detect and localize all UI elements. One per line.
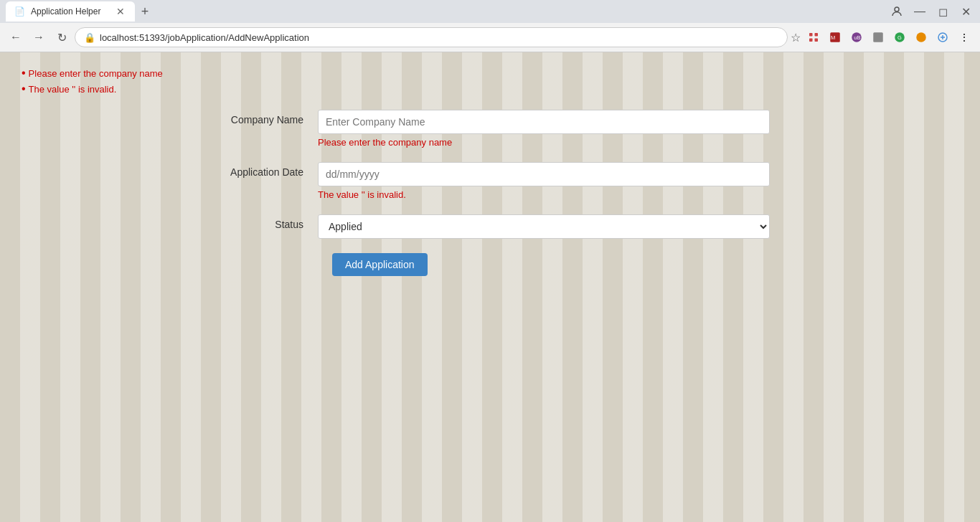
nav-bar: ← → ↻ 🔒 ☆ M uB G: [0, 23, 980, 52]
window-controls: — ◻ ✕: [888, 3, 974, 20]
tab-close-button[interactable]: ✕: [115, 6, 126, 17]
application-date-label: Application Date: [210, 162, 318, 178]
toolbar-icons: M uB G ⋮: [804, 27, 974, 47]
svg-rect-4: [815, 39, 819, 42]
status-field: Applied Interview Offer Rejected: [318, 214, 770, 239]
minimize-button[interactable]: —: [911, 3, 928, 20]
title-bar: 📄 Application Helper ✕ + — ◻ ✕: [0, 0, 980, 23]
svg-point-0: [895, 7, 899, 11]
svg-rect-1: [809, 33, 813, 37]
page-content: Please enter the company name The value …: [0, 52, 980, 522]
validation-errors: Please enter the company name The value …: [22, 67, 958, 95]
submit-row: Add Application: [210, 253, 770, 276]
secure-icon: 🔒: [84, 32, 95, 43]
status-select[interactable]: Applied Interview Offer Rejected: [318, 214, 770, 239]
forward-button[interactable]: →: [29, 27, 49, 47]
svg-text:G: G: [897, 34, 902, 41]
form-container: Company Name Please enter the company na…: [210, 110, 770, 276]
refresh-button[interactable]: ↻: [52, 27, 72, 47]
tab-title: Application Helper: [31, 6, 100, 16]
company-name-label: Company Name: [210, 110, 318, 125]
svg-rect-3: [809, 39, 813, 42]
error-date-invalid: The value '' is invalid.: [22, 82, 958, 95]
browser-chrome: 📄 Application Helper ✕ + — ◻ ✕ ← → ↻ 🔒 ☆: [0, 0, 980, 52]
svg-text:M: M: [831, 34, 835, 41]
svg-point-12: [916, 32, 926, 42]
application-date-error: The value '' is invalid.: [318, 189, 770, 200]
extensions-icon-7[interactable]: [933, 27, 953, 47]
svg-rect-9: [873, 32, 883, 42]
company-name-group: Company Name Please enter the company na…: [210, 110, 770, 148]
new-tab-button[interactable]: +: [135, 1, 155, 22]
tab-page-icon: 📄: [14, 6, 25, 16]
extensions-icon-3[interactable]: uB: [847, 27, 867, 47]
close-button[interactable]: ✕: [957, 3, 974, 20]
application-date-field: The value '' is invalid.: [318, 162, 770, 200]
active-tab[interactable]: 📄 Application Helper ✕: [6, 1, 135, 22]
application-date-group: Application Date The value '' is invalid…: [210, 162, 770, 200]
extensions-icon-5[interactable]: G: [890, 27, 910, 47]
extensions-icon-6[interactable]: [911, 27, 931, 47]
svg-rect-2: [815, 33, 819, 37]
more-button[interactable]: ⋮: [954, 27, 974, 47]
extensions-icon-4[interactable]: [868, 27, 888, 47]
account-icon[interactable]: [888, 3, 905, 20]
error-company-name: Please enter the company name: [22, 67, 958, 80]
maximize-button[interactable]: ◻: [934, 3, 951, 20]
status-label: Status: [210, 214, 318, 230]
extensions-icon-2[interactable]: M: [825, 27, 845, 47]
company-name-field: Please enter the company name: [318, 110, 770, 148]
address-bar[interactable]: 🔒: [75, 27, 788, 47]
url-input[interactable]: [100, 32, 778, 43]
company-name-input[interactable]: [318, 110, 770, 134]
application-date-input[interactable]: [318, 162, 770, 186]
back-button[interactable]: ←: [6, 27, 26, 47]
svg-text:uB: uB: [854, 34, 860, 41]
add-application-button[interactable]: Add Application: [332, 253, 428, 276]
company-name-error: Please enter the company name: [318, 137, 770, 148]
extensions-icon-1[interactable]: [804, 27, 824, 47]
status-group: Status Applied Interview Offer Rejected: [210, 214, 770, 239]
bookmark-icon[interactable]: ☆: [791, 31, 801, 44]
